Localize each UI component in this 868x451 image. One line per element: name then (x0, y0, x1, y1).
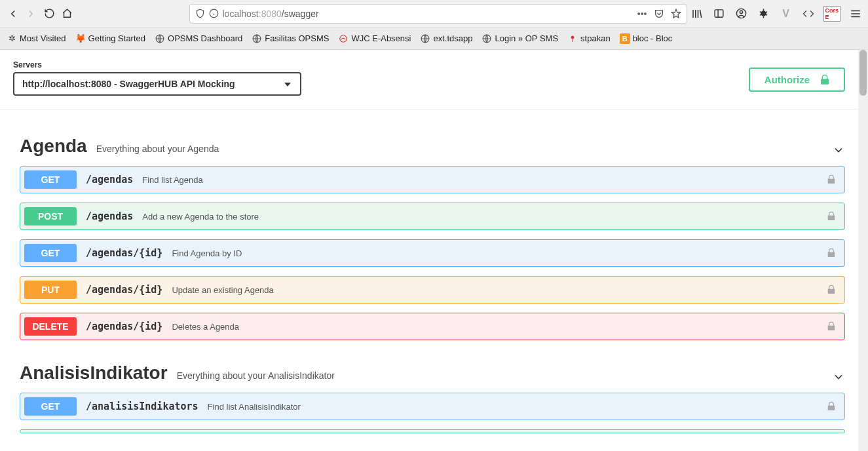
bookmark-label: Getting Started (88, 33, 145, 43)
bookmark-label: WJC E-Absensi (351, 33, 411, 43)
operation-summary: Deletes a Agenda (172, 322, 239, 332)
vue-icon[interactable]: V (779, 7, 793, 21)
gear-icon: ✲ (7, 33, 17, 44)
back-button[interactable] (5, 4, 21, 24)
operation-row[interactable]: GET /analisisIndikators Find list Analis… (20, 393, 845, 420)
servers-label: Servers (13, 60, 42, 69)
lock-icon[interactable] (826, 174, 837, 185)
globe-icon (252, 33, 262, 44)
authorize-button[interactable]: Authorize (749, 68, 845, 92)
cors-badge[interactable]: CorsE (823, 6, 841, 22)
tag-name: Agenda (20, 136, 87, 157)
bookmark-label: ext.tdsapp (433, 33, 472, 43)
svg-line-6 (700, 10, 701, 18)
operation-path: /analisisIndikators (86, 401, 198, 412)
bookmark-wjc-eabsensi[interactable]: WJC E-Absensi (338, 33, 411, 44)
method-badge: POST (24, 207, 77, 226)
bookmark-opsms-dashboard[interactable]: OPSMS Dashboard (155, 33, 242, 44)
vertical-scrollbar[interactable] (858, 50, 868, 451)
svg-line-13 (760, 12, 761, 12)
url-text: localhost:8080/swagger (223, 9, 633, 19)
bug-icon[interactable] (757, 7, 771, 21)
servers-row: Servers http://localhost:8080 - SwaggerH… (0, 50, 858, 109)
code-icon[interactable] (801, 7, 816, 21)
lock-icon (819, 74, 829, 85)
method-badge: GET (24, 397, 77, 416)
tag-description: Everything about your AnalisisIndikator (177, 370, 823, 383)
url-path: /swagger (282, 9, 319, 19)
chevron-down-icon[interactable] (832, 370, 845, 383)
chevron-down-icon[interactable] (832, 144, 845, 157)
operation-row[interactable]: PUT /agendas/{id} Update an existing Age… (20, 276, 845, 304)
operation-summary: Find list Agenda (142, 175, 203, 185)
operation-summary: Find Agenda by ID (172, 248, 242, 258)
tag-header-analisisindikator[interactable]: AnalisisIndikator Everything about your … (20, 363, 845, 383)
operation-row[interactable]: GET /agendas Find list Agenda (20, 166, 845, 193)
servers-selected-value: http://localhost:8080 - SwaggerHUB API M… (22, 79, 235, 89)
pin-icon (567, 33, 578, 44)
servers-select[interactable]: http://localhost:8080 - SwaggerHUB API M… (13, 72, 301, 96)
bookmark-ext-tdsapp[interactable]: ext.tdsapp (420, 33, 472, 44)
lock-icon[interactable] (826, 321, 837, 332)
operation-row[interactable] (20, 429, 845, 433)
url-host: localhost (223, 9, 259, 19)
forward-button[interactable] (24, 4, 39, 24)
reload-button[interactable] (41, 4, 57, 24)
bookmark-label: Most Visited (20, 33, 66, 43)
operation-row[interactable]: GET /agendas/{id} Find Agenda by ID (20, 239, 845, 267)
operation-summary: Add a new Agenda to the store (142, 212, 259, 222)
star-icon[interactable] (671, 9, 681, 19)
home-button[interactable] (60, 4, 75, 24)
method-badge: GET (24, 170, 77, 189)
library-icon[interactable] (690, 7, 704, 21)
ops-list-agenda: GET /agendas Find list Agenda POST /agen… (20, 166, 845, 340)
method-badge: GET (24, 244, 77, 262)
more-icon[interactable]: ••• (637, 9, 647, 19)
bookmark-login-opsms[interactable]: Login » OP SMS (481, 33, 558, 44)
bookmark-label: OPSMS Dashboard (168, 33, 242, 43)
url-bar[interactable]: localhost:8080/swagger ••• (189, 4, 687, 24)
account-icon[interactable] (734, 7, 749, 21)
operation-row[interactable]: POST /agendas Add a new Agenda to the st… (20, 203, 845, 230)
tag-name: AnalisisIndikator (20, 363, 168, 383)
bookmark-label: Login » OP SMS (495, 33, 558, 43)
lock-icon[interactable] (826, 211, 837, 222)
operation-row[interactable]: DELETE /agendas/{id} Deletes a Agenda (20, 313, 845, 340)
method-badge: DELETE (24, 317, 77, 336)
browser-toolbar: localhost:8080/swagger ••• V Cors (0, 0, 868, 28)
operation-path: /agendas/{id} (86, 284, 162, 296)
svg-line-14 (766, 12, 767, 12)
operation-summary: Find list AnalisisIndikator (208, 402, 301, 412)
sidebar-icon[interactable] (712, 7, 726, 21)
operation-path: /agendas (86, 210, 133, 222)
lock-icon[interactable] (826, 401, 837, 412)
svg-point-26 (571, 36, 574, 39)
page-content: Servers http://localhost:8080 - SwaggerH… (0, 50, 858, 451)
tag-header-agenda[interactable]: Agenda Everything about your Agenda (20, 136, 845, 157)
lock-icon[interactable] (826, 284, 837, 295)
authorize-label: Authorize (764, 74, 810, 85)
info-icon[interactable] (209, 9, 219, 18)
pocket-icon[interactable] (654, 9, 664, 19)
shield-icon[interactable] (195, 9, 205, 18)
app-icon (338, 33, 349, 44)
svg-line-15 (760, 14, 761, 15)
bookmark-label: bloc - Bloc (633, 33, 673, 43)
bookmark-label: Fasilitas OPSMS (265, 33, 329, 43)
bookmark-getting-started[interactable]: 🦊 Getting Started (75, 33, 145, 44)
svg-point-10 (740, 10, 742, 13)
operation-path: /agendas (86, 174, 133, 186)
bookmark-bloc[interactable]: B bloc - Bloc (620, 33, 673, 44)
menu-icon[interactable] (848, 7, 863, 21)
bookmark-most-visited[interactable]: ✲ Most Visited (7, 33, 66, 44)
operation-path: /agendas/{id} (86, 247, 162, 259)
firefox-icon: 🦊 (75, 33, 86, 44)
bookmark-fasilitas-opsms[interactable]: Fasilitas OPSMS (252, 33, 329, 44)
url-port: :8080 (259, 9, 282, 19)
bookmark-stpakan[interactable]: stpakan (567, 33, 611, 44)
ops-list-analisisindikator: GET /analisisIndikators Find list Analis… (20, 393, 845, 433)
scroll-thumb[interactable] (859, 50, 867, 96)
operation-path: /agendas/{id} (86, 321, 162, 332)
toolbar-right: V CorsE (690, 6, 863, 22)
lock-icon[interactable] (826, 248, 837, 258)
